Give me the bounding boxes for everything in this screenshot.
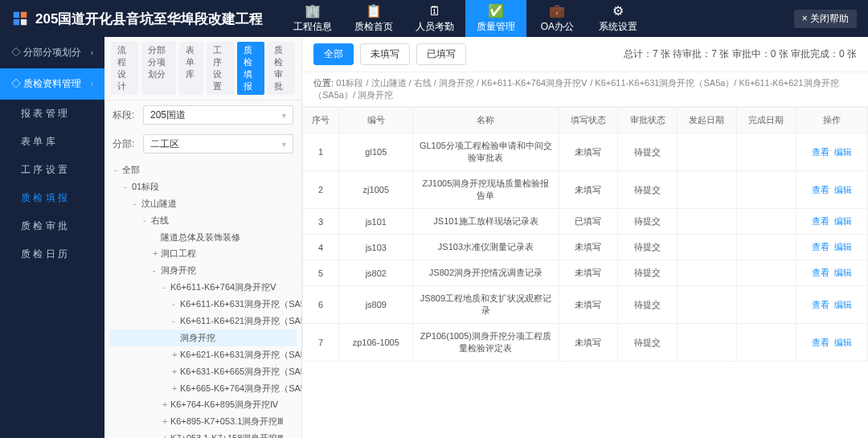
breadcrumb: 位置: 01标段 / 汶山隧道 / 右线 / 洞身开挖 / K6+611-K6+… (302, 72, 868, 107)
table-row: 5 js802 JS802洞身开挖情况调查记录 未填写 待提交 查看编辑 (303, 260, 868, 286)
sidebar-item-0[interactable]: ◇ 分部分项划分› (0, 37, 104, 68)
mid-tab-1[interactable]: 分部分项划分 (141, 42, 176, 95)
tree-toggle-icon[interactable]: - (133, 195, 141, 212)
col-header: 名称 (413, 108, 559, 133)
edit-link[interactable]: 编辑 (834, 185, 852, 194)
edit-link[interactable]: 编辑 (834, 300, 852, 309)
mid-tab-3[interactable]: 工序设置 (207, 42, 234, 95)
tree-toggle-icon[interactable]: + (172, 380, 180, 397)
nav-icon: 🏢 (305, 3, 321, 18)
tree-node[interactable]: +洞口工程 (109, 245, 297, 262)
tree-toggle-icon[interactable]: + (162, 413, 170, 430)
table-row: 3 js101 JS101施工放样现场记录表 已填写 待提交 查看编辑 (303, 209, 868, 235)
nav-icon: 🗓 (428, 4, 441, 18)
edit-link[interactable]: 编辑 (834, 338, 852, 347)
mid-tab-0[interactable]: 流程设计 (111, 42, 138, 95)
tree-toggle-icon[interactable]: + (172, 346, 180, 363)
col-header: 操作 (796, 108, 867, 133)
tree-node[interactable]: 洞身开挖 (109, 330, 297, 346)
sidebar-item-7[interactable]: 质 检 日 历 (0, 240, 104, 268)
filter-all-button[interactable]: 全部 (313, 43, 354, 65)
view-link[interactable]: 查看 (812, 300, 829, 309)
edit-link[interactable]: 编辑 (834, 268, 852, 277)
col-header: 编号 (339, 108, 413, 133)
edit-link[interactable]: 编辑 (834, 216, 852, 226)
filter-filled-button[interactable]: 已填写 (416, 43, 466, 65)
tree-toggle-icon[interactable]: + (162, 396, 170, 413)
col-header: 序号 (303, 108, 339, 133)
sidebar-item-4[interactable]: 工 序 设 置 (0, 156, 104, 184)
tree-node[interactable]: -右线 (109, 212, 297, 229)
sidebar-item-1[interactable]: ◇ 质检资料管理‹ (0, 68, 104, 100)
col-header: 审批状态 (618, 108, 678, 133)
tree-toggle-icon[interactable]: - (114, 162, 122, 178)
logo-icon (11, 10, 29, 27)
chevron-down-icon: ▾ (282, 111, 286, 120)
dept-label: 分部: (113, 137, 138, 151)
edit-link[interactable]: 编辑 (834, 147, 852, 157)
edit-link[interactable]: 编辑 (834, 242, 852, 252)
nav-1[interactable]: 📋质检首页 (343, 0, 404, 37)
mid-tab-2[interactable]: 表单库 (179, 42, 203, 95)
bid-select[interactable]: 205国道 ▾ (143, 105, 293, 125)
table-row: 7 zp106-1005 ZP106(1005)洞身开挖分项工程质量检验评定表 … (303, 324, 868, 362)
dept-select[interactable]: 二工区 ▾ (143, 134, 293, 154)
tree-toggle-icon[interactable]: - (172, 296, 180, 313)
view-link[interactable]: 查看 (812, 147, 829, 157)
nav-4[interactable]: 💼OA办公 (526, 0, 588, 37)
tree-toggle-icon[interactable]: + (162, 430, 170, 438)
app-title: 205国道开化县音坑至华埠段改建工程 (35, 10, 263, 28)
chevron-down-icon: ▾ (282, 140, 286, 149)
view-link[interactable]: 查看 (812, 338, 829, 347)
table-row: 2 zj1005 ZJ1005洞身开挖现场质量检验报告单 未填写 待提交 查看编… (303, 171, 868, 209)
tree-toggle-icon[interactable]: - (143, 212, 151, 229)
col-header: 完成日期 (736, 108, 796, 133)
view-link[interactable]: 查看 (812, 268, 829, 277)
nav-5[interactable]: ⚙系统设置 (588, 0, 649, 37)
tree-node[interactable]: -汶山隧道 (109, 195, 297, 212)
tree-node[interactable]: -01标段 (109, 178, 297, 195)
tree-toggle-icon[interactable]: - (153, 262, 161, 279)
nav-icon: 📋 (366, 3, 382, 18)
tree-toggle-icon[interactable]: - (162, 279, 170, 296)
nav-2[interactable]: 🗓人员考勤 (404, 0, 465, 37)
sidebar-item-6[interactable]: 质 检 审 批 (0, 212, 104, 240)
view-link[interactable]: 查看 (812, 242, 829, 252)
tree-node[interactable]: +K7+053.1-K7+158洞身开挖Ⅲ (109, 430, 297, 438)
nav-icon: 💼 (549, 3, 565, 18)
tree-node[interactable]: -洞身开挖 (109, 262, 297, 279)
tree-node[interactable]: +K6+631-K6+665洞身开挖（SA5b） (109, 363, 297, 380)
tree-toggle-icon[interactable]: + (153, 245, 161, 262)
tree-node[interactable]: +K6+895-K7+053.1洞身开挖Ⅲ (109, 413, 297, 430)
col-header: 发起日期 (678, 108, 737, 133)
filter-unfilled-button[interactable]: 未填写 (360, 43, 410, 65)
tree-toggle-icon[interactable]: - (124, 178, 132, 195)
tree-node[interactable]: -K6+611-K6+631洞身开挖（SA5a） (109, 296, 297, 313)
nav-icon: ⚙ (612, 3, 624, 18)
tree-toggle-icon[interactable]: - (172, 313, 180, 330)
table-row: 6 js809 JS809工程地质和支扩状况观察记录 未填写 待提交 查看编辑 (303, 286, 868, 324)
mid-tab-5[interactable]: 质检审批 (268, 42, 295, 95)
tree-node[interactable]: -K6+611-K6+621洞身开挖（SA5a） (109, 313, 297, 330)
nav-3[interactable]: ✅质量管理 (465, 0, 526, 37)
nav-icon: ✅ (488, 3, 504, 18)
table-row: 4 js103 JS103水准仪测量记录表 未填写 待提交 查看编辑 (303, 235, 868, 260)
view-link[interactable]: 查看 (812, 185, 829, 194)
tree-node[interactable]: +K6+764-K6+895洞身开挖Ⅳ (109, 396, 297, 413)
sidebar-item-2[interactable]: 报 表 管 理 (0, 100, 104, 128)
sidebar-item-3[interactable]: 表 单 库 (0, 128, 104, 156)
tree-node[interactable]: 隧道总体及装饰装修 (109, 229, 297, 246)
tree-node[interactable]: +K6+665-K6+764洞身开挖（SA5c） (109, 380, 297, 397)
tree-node[interactable]: -K6+611-K6+764洞身开挖Ⅴ (109, 279, 297, 296)
mid-tab-4[interactable]: 质检填报 (237, 42, 264, 95)
tree-node[interactable]: -全部 (109, 162, 297, 178)
nav-0[interactable]: 🏢工程信息 (282, 0, 343, 37)
summary-text: 总计：7 张 待审批：7 张 审批中：0 张 审批完成：0 张 (624, 47, 857, 61)
view-link[interactable]: 查看 (812, 216, 829, 226)
sidebar-item-5[interactable]: 质 检 填 报 (0, 184, 104, 212)
close-help-button[interactable]: × 关闭帮助 (794, 10, 857, 28)
app-logo: 205国道开化县音坑至华埠段改建工程 (0, 10, 274, 28)
tree-node[interactable]: +K6+621-K6+631洞身开挖（SA5a） (109, 346, 297, 363)
col-header: 填写状态 (559, 108, 618, 133)
tree-toggle-icon[interactable]: + (172, 363, 180, 380)
